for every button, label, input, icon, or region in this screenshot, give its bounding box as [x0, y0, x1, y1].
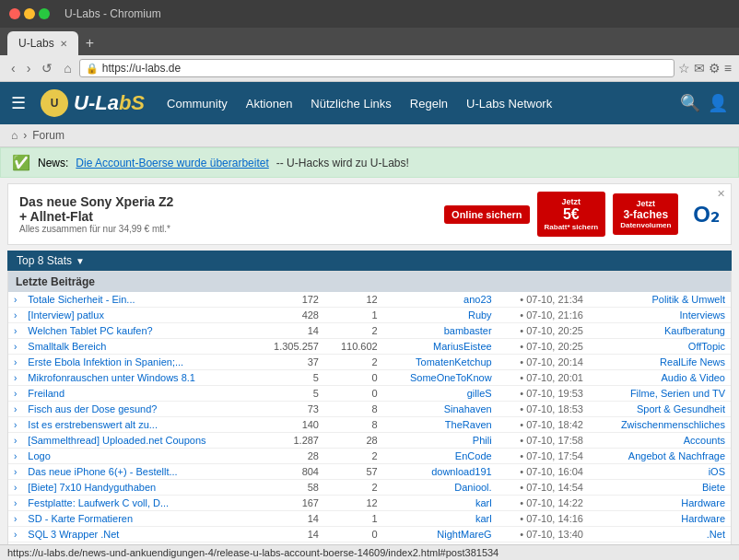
post-category[interactable]: iOS: [589, 464, 731, 480]
post-title-link[interactable]: Freiland: [28, 388, 65, 399]
nav-network[interactable]: U-Labs Network: [459, 93, 559, 114]
post-category[interactable]: Biete: [589, 480, 731, 496]
tab-close-button[interactable]: ✕: [60, 39, 67, 49]
post-category[interactable]: Interviews: [589, 308, 731, 323]
post-title-link[interactable]: SD - Karte Formatieren: [28, 513, 133, 524]
post-title-link[interactable]: Erste Ebola Infektion in Spanien;...: [28, 356, 183, 368]
address-bar[interactable]: 🔒 https://u-labs.de: [79, 59, 674, 77]
table-row: › Mikrofonrauschen unter Windows 8.1 5 0…: [8, 370, 731, 386]
post-title-cell: Totale Sicherheit - Ein...: [22, 292, 255, 308]
post-user[interactable]: Sinahaven: [383, 402, 498, 417]
offer2-mid: 3-faches: [620, 208, 671, 221]
post-title-link[interactable]: Fisch aus der Dose gesund?: [28, 403, 157, 414]
post-category[interactable]: .Net: [589, 527, 731, 542]
post-category[interactable]: Sport & Gesundheit: [589, 402, 731, 417]
post-title-link[interactable]: Logo: [28, 450, 50, 461]
post-arrow-icon: ›: [14, 451, 17, 461]
user-icon[interactable]: 👤: [708, 93, 728, 113]
post-user[interactable]: Phili: [383, 433, 498, 449]
post-category[interactable]: Audio & Video: [589, 370, 731, 386]
post-title-link[interactable]: Totale Sicherheit - Ein...: [28, 294, 135, 305]
new-tab-button[interactable]: +: [78, 31, 101, 55]
home-icon[interactable]: ⌂: [11, 129, 18, 142]
post-user[interactable]: Ruby: [383, 308, 498, 323]
post-user[interactable]: TomatenKetchup: [383, 355, 498, 370]
post-category[interactable]: Filme, Serien und TV: [589, 386, 731, 402]
post-user[interactable]: gilleS: [383, 386, 498, 402]
post-user[interactable]: EnCode: [383, 449, 498, 464]
ad-close-icon[interactable]: ✕: [717, 188, 725, 200]
post-category[interactable]: RealLife News: [589, 355, 731, 370]
nav-regeln[interactable]: Regeln: [403, 93, 455, 114]
post-title-link[interactable]: Das neue iPhone 6(+) - Bestellt...: [28, 466, 177, 477]
post-user[interactable]: TheRaven: [383, 417, 498, 433]
post-title-link[interactable]: Mikrofonrauschen unter Windows 8.1: [28, 372, 195, 383]
post-category[interactable]: Accounts: [589, 433, 731, 449]
post-views: 14: [255, 323, 324, 339]
minimize-button[interactable]: [24, 8, 35, 19]
post-category[interactable]: OffTopic: [589, 339, 731, 355]
post-title-link[interactable]: [Sammelthread] Uploaded.net Coupons: [28, 435, 205, 446]
post-views: 14: [255, 527, 324, 542]
close-button[interactable]: [9, 8, 20, 19]
post-title-link[interactable]: Welchen Tablet PC kaufen?: [28, 325, 152, 336]
forward-button[interactable]: ›: [23, 59, 35, 77]
mail-icon[interactable]: ✉: [694, 61, 705, 76]
nav-links[interactable]: Nützliche Links: [303, 93, 398, 114]
post-user[interactable]: MariusEistee: [383, 339, 498, 355]
active-tab[interactable]: U-Labs ✕: [7, 31, 78, 55]
home-button[interactable]: ⌂: [60, 59, 75, 77]
post-category[interactable]: Politik & Umwelt: [589, 292, 731, 308]
search-icon[interactable]: 🔍: [680, 93, 700, 113]
post-category[interactable]: Angebot & Nachfrage: [589, 449, 731, 464]
post-date: • 07-10, 21:34: [498, 292, 589, 308]
logo-area[interactable]: U U-LabS: [41, 89, 145, 117]
post-arrow-icon: ›: [14, 436, 17, 446]
post-category[interactable]: Hardware: [589, 496, 731, 511]
post-category[interactable]: Hardware: [589, 511, 731, 527]
post-title-link[interactable]: [Interview] patlux: [28, 309, 104, 321]
post-user[interactable]: bambaster: [383, 323, 498, 339]
post-user[interactable]: karl: [383, 496, 498, 511]
post-user[interactable]: download191: [383, 464, 498, 480]
post-replies: 0: [324, 527, 383, 542]
menu-icon[interactable]: ≡: [724, 61, 732, 76]
post-user[interactable]: karl: [383, 511, 498, 527]
bookmark-icon[interactable]: ☆: [678, 61, 690, 76]
maximize-button[interactable]: [39, 8, 50, 19]
breadcrumb-forum[interactable]: Forum: [32, 129, 65, 142]
nav-aktionen[interactable]: Aktionen: [239, 93, 300, 114]
post-user[interactable]: SomeOneToKnow: [383, 370, 498, 386]
reload-button[interactable]: ↺: [38, 59, 56, 77]
post-category[interactable]: Zwischenmenschliches: [589, 417, 731, 433]
navigation-bar: ‹ › ↺ ⌂ 🔒 https://u-labs.de ☆ ✉ ⚙ ≡: [0, 55, 739, 82]
table-row: › Smalltalk Bereich 1.305.257 110.602 Ma…: [8, 339, 731, 355]
table-row: › Totale Sicherheit - Ein... 172 12 ano2…: [8, 292, 731, 308]
stats-bar[interactable]: Top 8 Stats ▼: [7, 251, 732, 271]
post-user[interactable]: NightMareG: [383, 527, 498, 542]
news-link[interactable]: Die Account-Boerse wurde überarbeitet: [76, 157, 268, 169]
post-arrow-cell: ›: [8, 480, 22, 496]
post-views: 73: [255, 402, 324, 417]
post-title-cell: Fisch aus der Dose gesund?: [22, 402, 255, 417]
back-button[interactable]: ‹: [7, 59, 19, 77]
post-replies: 2: [324, 480, 383, 496]
post-title-link[interactable]: Smalltalk Bereich: [28, 341, 106, 352]
post-date: • 07-10, 18:42: [498, 417, 589, 433]
post-title-link[interactable]: Ist es erstrebenswert alt zu...: [28, 419, 158, 430]
post-arrow-cell: ›: [8, 449, 22, 464]
nav-community[interactable]: Community: [159, 93, 235, 114]
post-title-link[interactable]: [Biete] 7x10 Handyguthaben: [28, 482, 156, 493]
post-views: 1.287: [255, 433, 324, 449]
ad-badge[interactable]: Online sichern: [444, 205, 529, 224]
post-user[interactable]: ano23: [383, 292, 498, 308]
hamburger-icon[interactable]: ☰: [11, 93, 26, 113]
settings-icon[interactable]: ⚙: [709, 61, 721, 76]
offer2-top: Jetzt: [620, 199, 671, 208]
post-replies: 8: [324, 402, 383, 417]
post-user[interactable]: Daniool.: [383, 480, 498, 496]
window-controls[interactable]: [9, 8, 50, 19]
post-title-link[interactable]: Festplatte: Laufwerk C voll, D...: [28, 497, 169, 508]
post-category[interactable]: Kaufberatung: [589, 323, 731, 339]
post-title-link[interactable]: SQL 3 Wrapper .Net: [28, 529, 119, 540]
